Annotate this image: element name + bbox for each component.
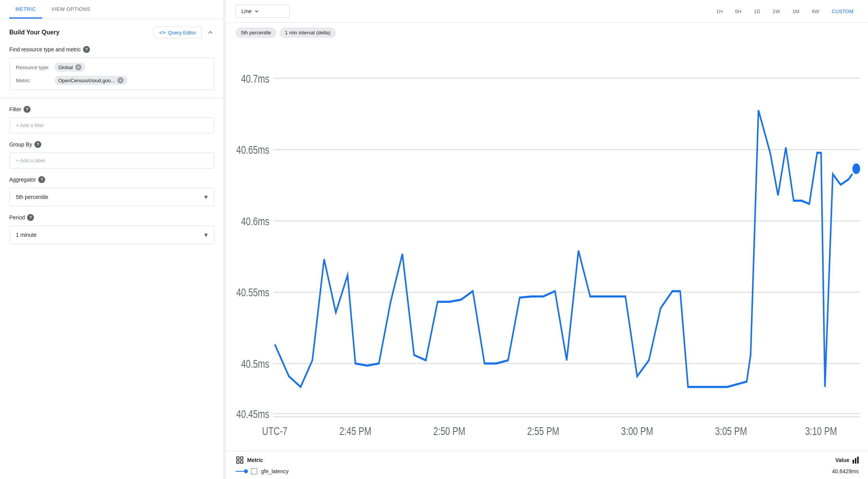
time-range-buttons: 1H 6H 1D 1W 1M 6W CUSTOM <box>711 5 859 17</box>
legend-left: gfe_latency <box>236 468 289 474</box>
time-btn-1d[interactable]: 1D <box>748 5 766 17</box>
time-btn-6h[interactable]: 6H <box>730 5 747 17</box>
svg-rect-22 <box>241 457 243 459</box>
legend-row: gfe_latency 40.6429ms <box>236 468 859 474</box>
period-arrow: ▾ <box>204 231 208 239</box>
resource-type-row: Resource type: Global ✕ <box>16 63 208 72</box>
metric-label: Metric: <box>16 78 51 83</box>
chart-type-arrow <box>254 8 260 14</box>
metric-row: Metric: OpenCensus/cloud.goo... ✕ <box>16 76 208 85</box>
time-btn-6w[interactable]: 6W <box>806 5 825 17</box>
legend-metric-name: gfe_latency <box>261 468 289 474</box>
resource-metric-box: Resource type: Global ✕ Metric: OpenCens… <box>9 58 214 90</box>
group-by-input[interactable]: + Add a label <box>9 153 214 168</box>
aggregator-label: Aggregator ? <box>9 176 214 183</box>
metric-chip-close[interactable]: ✕ <box>117 77 124 83</box>
svg-text:3:05 PM: 3:05 PM <box>715 424 747 437</box>
value-header-text: Value <box>835 457 849 463</box>
aggregator-help[interactable]: ? <box>38 176 45 183</box>
svg-text:2:55 PM: 2:55 PM <box>527 424 559 437</box>
chips-bar: 5th percentile 1 min interval (delta) <box>226 23 868 42</box>
time-btn-custom[interactable]: CUSTOM <box>826 5 859 17</box>
svg-text:40.7ms: 40.7ms <box>241 72 269 85</box>
find-resource-help[interactable]: ? <box>83 46 90 53</box>
query-title: Build Your Query <box>9 29 59 36</box>
percentile-chip: 5th percentile <box>236 27 276 38</box>
chart-type-label: Line <box>241 8 251 14</box>
legend-metric-header: Metric <box>236 456 263 464</box>
svg-rect-21 <box>237 457 239 459</box>
legend-value-header: Value <box>835 457 859 464</box>
aggregator-arrow: ▾ <box>204 193 208 201</box>
group-by-label: Group By ? <box>9 141 214 148</box>
metric-grid-icon <box>236 456 244 464</box>
legend-area: Metric Value gfe_latency <box>226 451 868 479</box>
resource-type-chip[interactable]: Global ✕ <box>54 63 85 72</box>
legend-line-indicator <box>236 471 247 472</box>
period-help[interactable]: ? <box>27 214 34 221</box>
svg-text:2:45 PM: 2:45 PM <box>339 424 371 437</box>
filter-input[interactable]: + Add a filter <box>9 117 214 133</box>
legend-header: Metric Value <box>236 456 859 464</box>
time-btn-1m[interactable]: 1M <box>787 5 805 17</box>
period-dropdown[interactable]: 1 minute ▾ <box>9 226 214 244</box>
aggregator-dropdown[interactable]: 5th percentile ▾ <box>9 188 214 206</box>
svg-text:3:00 PM: 3:00 PM <box>621 424 653 437</box>
code-icon: <> <box>159 29 166 36</box>
svg-rect-23 <box>241 461 243 463</box>
interval-chip: 1 min interval (delta) <box>280 27 336 38</box>
chart-type-selector[interactable]: Line <box>236 5 290 18</box>
query-header: Build Your Query <> Query Editor <box>9 27 214 38</box>
right-panel: Line 1H 6H 1D 1W 1M 6W CUSTOM 5th percen… <box>226 0 868 479</box>
chart-header: Line 1H 6H 1D 1W 1M 6W CUSTOM <box>226 0 868 23</box>
svg-text:UTC-7: UTC-7 <box>262 424 288 437</box>
time-btn-1h[interactable]: 1H <box>711 5 728 17</box>
svg-text:40.55ms: 40.55ms <box>236 286 269 299</box>
chart-svg: 40.7ms 40.65ms 40.6ms 40.55ms 40.5ms 40.… <box>226 46 868 451</box>
filter-help[interactable]: ? <box>24 106 31 113</box>
resource-type-label: Resource type: <box>16 65 51 70</box>
metric-chip[interactable]: OpenCensus/cloud.goo... ✕ <box>54 76 127 85</box>
svg-point-20 <box>851 162 861 175</box>
chart-area: 40.7ms 40.65ms 40.6ms 40.55ms 40.5ms 40.… <box>226 42 868 451</box>
svg-text:40.65ms: 40.65ms <box>236 143 269 156</box>
svg-rect-24 <box>237 461 239 463</box>
form-section: Filter ? + Add a filter Group By ? + Add… <box>0 98 224 252</box>
period-label: Period ? <box>9 214 214 221</box>
collapse-button[interactable] <box>207 29 214 36</box>
svg-text:40.45ms: 40.45ms <box>236 407 269 420</box>
resource-type-chip-close[interactable]: ✕ <box>75 64 81 70</box>
build-query-section: Build Your Query <> Query Editor Find re… <box>0 19 224 98</box>
tabs-bar: METRIC VIEW OPTIONS <box>0 0 224 19</box>
svg-text:40.5ms: 40.5ms <box>241 357 269 370</box>
metric-header-text: Metric <box>247 457 263 463</box>
legend-checkbox[interactable] <box>251 468 257 474</box>
svg-text:3:10 PM: 3:10 PM <box>805 424 837 437</box>
group-by-help[interactable]: ? <box>34 141 41 148</box>
tab-view-options[interactable]: VIEW OPTIONS <box>45 0 97 19</box>
tab-metric[interactable]: METRIC <box>9 0 42 19</box>
find-resource-label: Find resource type and metric ? <box>9 46 214 53</box>
query-editor-button[interactable]: <> Query Editor <box>153 27 202 38</box>
svg-text:40.6ms: 40.6ms <box>241 215 269 228</box>
time-btn-1w[interactable]: 1W <box>767 5 786 17</box>
query-editor-label: Query Editor <box>168 30 196 36</box>
bars-icon <box>853 457 859 464</box>
svg-text:2:50 PM: 2:50 PM <box>433 424 465 437</box>
legend-metric-value: 40.6429ms <box>832 468 859 474</box>
filter-label: Filter ? <box>9 106 214 113</box>
left-panel: METRIC VIEW OPTIONS Build Your Query <> … <box>0 0 224 479</box>
